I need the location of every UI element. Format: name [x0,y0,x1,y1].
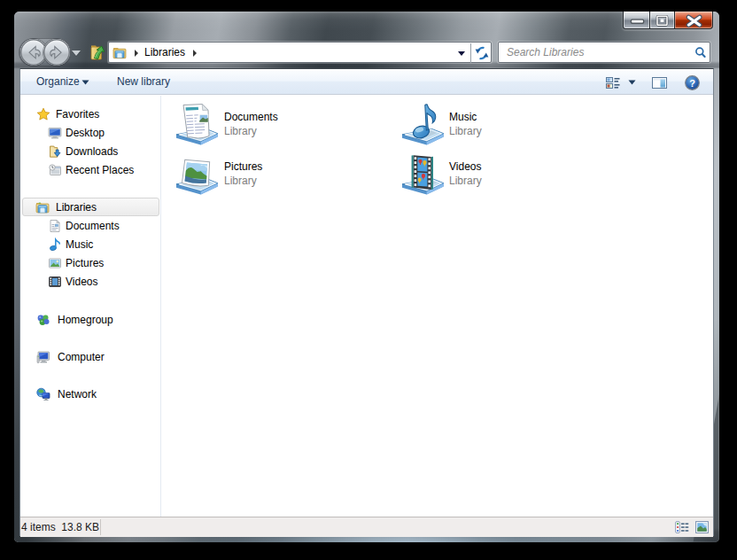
svg-text:?: ? [689,78,695,89]
